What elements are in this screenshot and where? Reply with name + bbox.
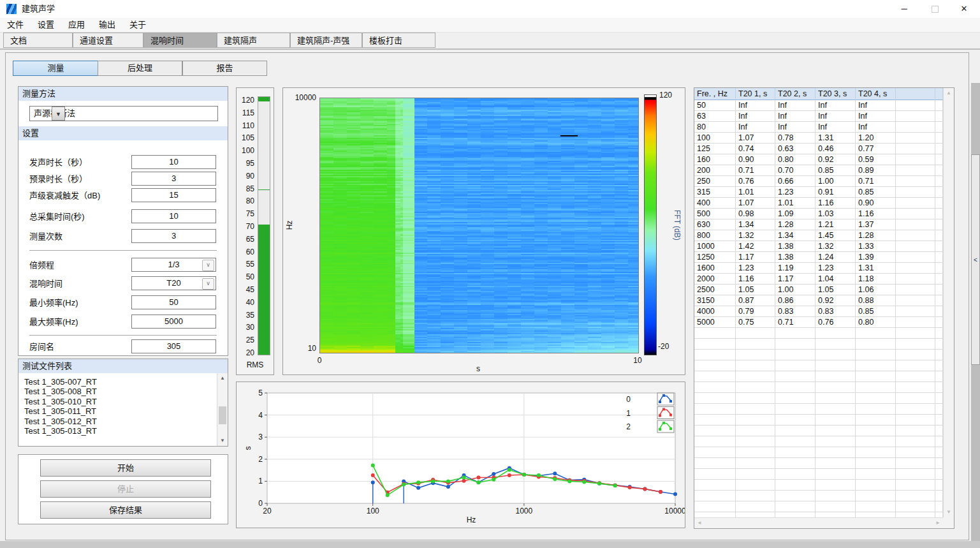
- table-row[interactable]: [694, 491, 943, 501]
- scrollbar-thumb[interactable]: [219, 406, 226, 424]
- table-row[interactable]: [694, 404, 943, 415]
- table-row[interactable]: 6301.341.281.211.37: [694, 219, 943, 230]
- scroll-up-icon[interactable]: ▲: [944, 88, 954, 98]
- table-header-cell[interactable]: Fre. , Hz: [694, 88, 736, 100]
- file-listbox[interactable]: ▲ ▼ Test 1_305-007_RTTest 1_305-008_RTTe…: [18, 373, 228, 446]
- table-row[interactable]: 31500.870.860.920.88: [694, 295, 943, 306]
- table-row[interactable]: 4001.071.011.160.90: [694, 198, 943, 209]
- list-item[interactable]: Test 1_305-011_RT: [24, 406, 96, 416]
- field-input[interactable]: 10: [131, 209, 216, 223]
- table-hscrollbar[interactable]: ◄ ►: [694, 517, 943, 528]
- table-row[interactable]: 1250.740.630.460.77: [694, 144, 943, 154]
- list-item[interactable]: Test 1_305-007_RT: [24, 377, 97, 387]
- button-保存结果[interactable]: 保存结果: [40, 501, 211, 519]
- chevron-down-icon[interactable]: ▼: [52, 107, 65, 121]
- tab-通道设置[interactable]: 通道设置: [73, 33, 143, 48]
- table-row[interactable]: 1001.070.781.311.20: [694, 133, 943, 144]
- menu-item[interactable]: 文件: [0, 18, 31, 31]
- menu-item[interactable]: 关于: [122, 18, 153, 31]
- table-row[interactable]: [694, 512, 943, 517]
- table-header-cell[interactable]: [935, 88, 943, 100]
- field-select[interactable]: T20∨: [131, 276, 216, 290]
- table-row[interactable]: [694, 371, 943, 382]
- file-list-scrollbar[interactable]: ▲ ▼: [217, 373, 228, 446]
- scroll-left-icon[interactable]: ◄: [697, 518, 702, 528]
- chevron-down-icon[interactable]: ∨: [202, 278, 214, 290]
- field-input[interactable]: 15: [131, 188, 216, 202]
- subtab-后处理[interactable]: 后处理: [98, 61, 182, 76]
- spectrogram-canvas[interactable]: [319, 98, 639, 353]
- menu-item[interactable]: 应用: [61, 18, 92, 31]
- field-select[interactable]: 1/3∨: [131, 258, 216, 272]
- legend-icon[interactable]: [657, 420, 674, 433]
- table-row[interactable]: 1600.900.800.920.59: [694, 154, 943, 165]
- table-header-cell[interactable]: T20 2, s: [775, 88, 815, 100]
- field-input[interactable]: 305: [131, 339, 216, 353]
- close-button[interactable]: ✕: [949, 0, 979, 18]
- tab-建筑隔声[interactable]: 建筑隔声: [217, 33, 290, 48]
- table-row[interactable]: 3151.011.230.910.85: [694, 187, 943, 198]
- rt-chart-svg[interactable]: 20100100010000012345Hzs012: [237, 382, 685, 528]
- subtab-报告[interactable]: 报告: [182, 61, 267, 76]
- list-item[interactable]: Test 1_305-008_RT: [24, 387, 97, 396]
- table-row[interactable]: 40000.790.830.830.85: [694, 306, 943, 317]
- table-row[interactable]: [694, 447, 943, 458]
- maximize-button[interactable]: [920, 0, 949, 18]
- table-row[interactable]: [694, 350, 943, 360]
- legend-icon[interactable]: [657, 393, 674, 405]
- table-header-cell[interactable]: T20 4, s: [856, 88, 896, 100]
- table-row[interactable]: 2500.760.661.000.71: [694, 176, 943, 187]
- table-row[interactable]: [694, 393, 943, 404]
- table-row[interactable]: [694, 360, 943, 371]
- chevron-down-icon[interactable]: ∨: [202, 260, 214, 271]
- tab-楼板打击[interactable]: 楼板打击: [362, 33, 435, 48]
- scroll-up-icon[interactable]: ▲: [217, 373, 228, 383]
- table-header-cell[interactable]: T20 1, s: [736, 88, 775, 100]
- field-input[interactable]: 3: [131, 172, 216, 186]
- minimize-button[interactable]: ─: [889, 0, 919, 18]
- table-row[interactable]: [694, 480, 943, 491]
- table-row[interactable]: [694, 501, 943, 512]
- table-row[interactable]: [694, 469, 943, 480]
- table-row[interactable]: 80InfInfInfInf: [694, 122, 943, 133]
- table-row[interactable]: [694, 339, 943, 350]
- field-input[interactable]: 5000: [131, 315, 216, 329]
- list-item[interactable]: Test 1_305-012_RT: [24, 417, 97, 426]
- table-vscrollbar[interactable]: ▲ ▼: [943, 88, 954, 517]
- menu-item[interactable]: 设置: [31, 18, 61, 31]
- scroll-down-icon[interactable]: ▼: [944, 507, 954, 517]
- table-row[interactable]: 10001.421.381.321.33: [694, 241, 943, 252]
- tab-建筑隔声-声强[interactable]: 建筑隔声-声强: [290, 33, 362, 48]
- menu-item[interactable]: 输出: [92, 18, 122, 31]
- collapse-panel-button[interactable]: <: [971, 154, 980, 365]
- table-row[interactable]: 50000.750.710.760.80: [694, 317, 943, 328]
- table-row[interactable]: 8001.321.341.451.28: [694, 230, 943, 241]
- subtab-测量[interactable]: 测量: [13, 61, 99, 76]
- table-row[interactable]: [694, 328, 943, 339]
- field-input[interactable]: 3: [131, 229, 216, 243]
- table-row[interactable]: [694, 458, 943, 469]
- legend-icon[interactable]: [657, 407, 674, 419]
- table-row[interactable]: 2000.710.700.850.89: [694, 165, 943, 176]
- table-row[interactable]: 20001.161.171.041.18: [694, 274, 943, 285]
- list-item[interactable]: Test 1_305-013_RT: [24, 426, 97, 436]
- result-table[interactable]: Fre. , HzT20 1, sT20 2, sT20 3, sT20 4, …: [694, 88, 943, 517]
- table-row[interactable]: 25001.051.001.051.06: [694, 285, 943, 295]
- table-row[interactable]: [694, 415, 943, 426]
- field-input[interactable]: 10: [131, 155, 216, 169]
- table-row[interactable]: [694, 382, 943, 393]
- tab-文档[interactable]: 文档: [3, 33, 73, 48]
- list-item[interactable]: Test 1_305-010_RT: [24, 397, 97, 406]
- button-开始[interactable]: 开始: [40, 459, 211, 477]
- table-header-cell[interactable]: [896, 88, 935, 100]
- scroll-down-icon[interactable]: ▼: [217, 436, 228, 446]
- table-row[interactable]: 12501.171.381.241.39: [694, 252, 943, 263]
- table-row[interactable]: [694, 426, 943, 436]
- table-header-cell[interactable]: T20 3, s: [815, 88, 856, 100]
- tab-混响时间[interactable]: 混响时间: [143, 33, 217, 48]
- table-row[interactable]: [694, 436, 943, 447]
- table-row[interactable]: 63InfInfInfInf: [694, 111, 943, 122]
- table-row[interactable]: 16001.231.191.231.31: [694, 263, 943, 274]
- table-row[interactable]: 50InfInfInfInf: [694, 100, 943, 111]
- field-input[interactable]: 50: [131, 295, 216, 309]
